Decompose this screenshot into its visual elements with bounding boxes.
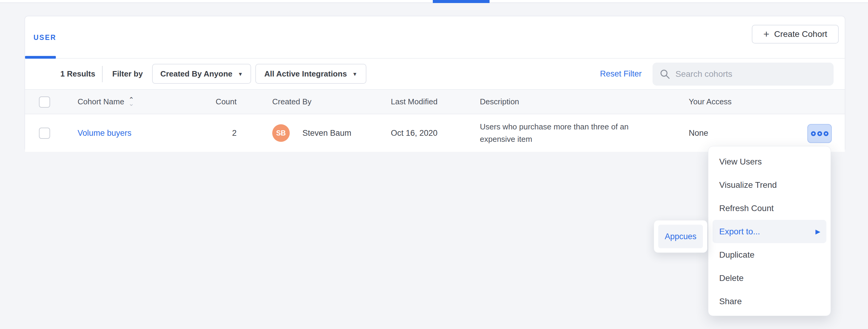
menu-item-delete[interactable]: Delete xyxy=(708,266,831,290)
filter-by-label: Filter by xyxy=(112,59,143,89)
top-toolbar-edge xyxy=(0,0,868,3)
cohort-name-link[interactable]: Volume buyers xyxy=(78,129,132,138)
filter-bar: 1 Results Filter by Created By Anyone ▼ … xyxy=(25,59,845,89)
tab-user-label: USER xyxy=(33,33,56,42)
caret-down-icon: ▼ xyxy=(238,71,243,77)
created-by-name: Steven Baum xyxy=(302,114,351,152)
last-modified-date: Oct 16, 2020 xyxy=(391,114,438,152)
active-tab-indicator xyxy=(433,0,490,3)
integrations-dropdown[interactable]: All Active Integrations ▼ xyxy=(255,64,366,84)
divider xyxy=(102,66,103,82)
menu-item-visualize-trend[interactable]: Visualize Trend xyxy=(708,173,831,196)
create-cohort-label: Create Cohort xyxy=(774,29,827,39)
your-access-value: None xyxy=(689,114,708,152)
column-header-created-by: Created By xyxy=(272,90,311,114)
more-actions-button[interactable] xyxy=(807,124,832,143)
ellipsis-icon xyxy=(817,131,822,136)
tab-user[interactable]: USER xyxy=(33,16,56,59)
reset-filter-link[interactable]: Reset Filter xyxy=(600,59,642,89)
column-header-cohort-name[interactable]: Cohort Name ⌃ ⌄ xyxy=(78,90,134,114)
menu-item-export-to[interactable]: Export to... ▶ xyxy=(713,220,826,243)
column-header-your-access: Your Access xyxy=(689,90,732,114)
menu-item-duplicate[interactable]: Duplicate xyxy=(708,243,831,266)
column-header-last-modified: Last Modified xyxy=(391,90,438,114)
menu-item-export-to-label: Export to... xyxy=(719,227,760,237)
cohorts-card: USER + Create Cohort 1 Results Filter by… xyxy=(25,16,845,152)
menu-item-refresh-count[interactable]: Refresh Count xyxy=(708,196,831,220)
create-cohort-button[interactable]: + Create Cohort xyxy=(752,25,839,44)
column-header-count: Count xyxy=(194,90,237,114)
export-submenu: Appcues xyxy=(654,220,707,253)
plus-icon: + xyxy=(763,29,769,39)
table-header: Cohort Name ⌃ ⌄ Count Created By Last Mo… xyxy=(25,89,845,114)
ellipsis-icon xyxy=(824,131,829,136)
submenu-arrow-icon: ▶ xyxy=(815,228,820,235)
results-count: 1 Results xyxy=(60,59,95,89)
cohort-count: 2 xyxy=(194,114,237,152)
tabs-row: USER + Create Cohort xyxy=(25,16,845,59)
cohort-description: Users who purchase more than three of an… xyxy=(480,114,658,152)
search-input[interactable] xyxy=(676,69,826,79)
row-checkbox[interactable] xyxy=(39,128,50,139)
menu-item-share[interactable]: Share xyxy=(708,290,831,313)
integrations-dropdown-value: All Active Integrations xyxy=(265,69,347,79)
tab-user-underline xyxy=(25,56,56,59)
ellipsis-icon xyxy=(811,131,816,136)
caret-down-icon: ▼ xyxy=(352,71,357,77)
avatar: SB xyxy=(272,124,290,142)
menu-item-view-users[interactable]: View Users xyxy=(708,150,831,173)
select-all-checkbox[interactable] xyxy=(39,97,50,108)
search-icon xyxy=(660,69,670,79)
submenu-item-appcues[interactable]: Appcues xyxy=(658,225,703,248)
column-header-description: Description xyxy=(480,90,519,114)
created-by-dropdown-value: Created By Anyone xyxy=(160,69,232,79)
search-box[interactable] xyxy=(652,63,834,86)
created-by-dropdown[interactable]: Created By Anyone ▼ xyxy=(152,64,251,84)
row-actions-menu: View Users Visualize Trend Refresh Count… xyxy=(708,146,831,316)
sort-icon[interactable]: ⌃ ⌄ xyxy=(129,98,134,105)
